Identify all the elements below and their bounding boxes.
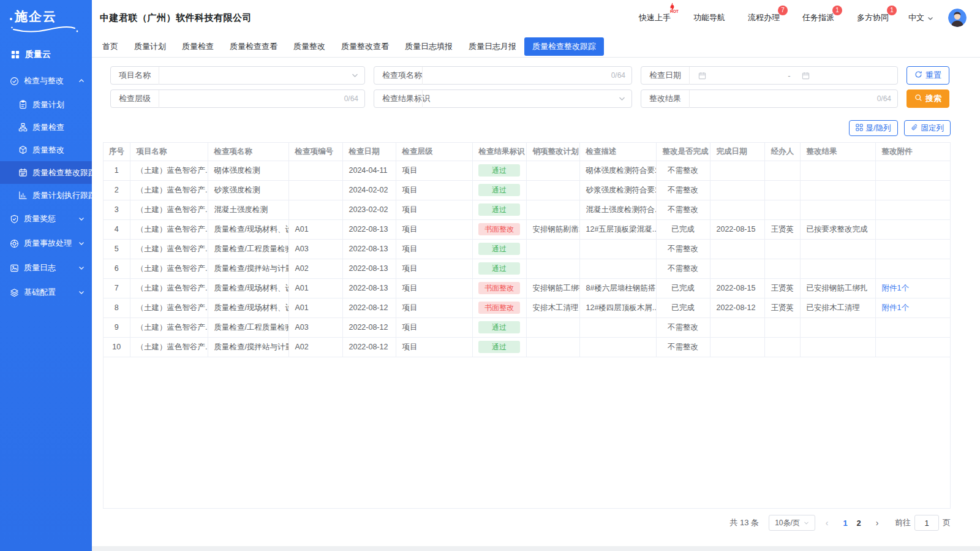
cell-check-date: 2022-08-12	[342, 317, 396, 337]
inspect-icon	[10, 77, 19, 86]
tab-quality-rectify-view[interactable]: 质量整改查看	[333, 36, 397, 58]
page-number-1[interactable]: 1	[839, 519, 852, 528]
goto-page-input[interactable]: 1	[914, 515, 939, 531]
sidebar-item-base-config[interactable]: 基础配置	[0, 280, 92, 305]
cell-check-item-code: A03	[288, 239, 342, 259]
cell-check-desc: 砂浆强度检测符合要求	[579, 180, 656, 200]
table-row[interactable]: 6（土建）蓝色智谷产...质量检查/搅拌站与计量...A022022-08-13…	[104, 259, 951, 278]
table-row[interactable]: 9（土建）蓝色智谷产...质量检查/工程质量检验A032022-08-12项目通…	[104, 317, 951, 337]
sidebar-app-title[interactable]: 质量云	[0, 34, 92, 63]
table-row[interactable]: 4（土建）蓝色智谷产...质量检查/现场材料、设...A012022-08-13…	[104, 219, 951, 239]
tab-home[interactable]: 首页	[94, 36, 126, 58]
reward-icon	[10, 215, 19, 224]
cell-check-desc	[579, 259, 656, 278]
sidebar-item-quality-check[interactable]: 质量检查	[0, 116, 92, 139]
cell-result-tag: 通过	[472, 200, 526, 219]
top-navigation: 快速上手HOT功能导航流程办理7任务指派1多方协同1	[639, 12, 889, 23]
tab-quality-rectify[interactable]: 质量整改	[285, 36, 333, 58]
cell-check-item-name: 质量检查/搅拌站与计量...	[208, 259, 288, 278]
sidebar-item-rectify-tracking[interactable]: 质量检查整改跟踪	[0, 161, 92, 184]
cell-rectify-done: 不需整改	[656, 337, 710, 357]
table-row[interactable]: 3（土建）蓝色智谷产...混凝土强度检测2023-02-02项目通过混凝土强度检…	[104, 200, 951, 219]
cell-check-level: 项目	[396, 278, 472, 298]
user-avatar[interactable]	[948, 9, 967, 27]
tab-quality-log-fill[interactable]: 质量日志填报	[397, 36, 461, 58]
nav-item-task-assign[interactable]: 任务指派1	[802, 12, 834, 23]
check-item-name-input[interactable]: 0/64	[423, 67, 631, 84]
table-row[interactable]: 8（土建）蓝色智谷产...质量检查/现场材料、设...A012022-08-12…	[104, 298, 951, 317]
result-badge: 书面整改	[478, 282, 520, 294]
page-size-select[interactable]: 10条/页	[769, 515, 815, 531]
cell-seq: 5	[104, 239, 130, 259]
tab-rectify-tracking[interactable]: 质量检查整改跟踪	[524, 37, 604, 56]
show-hide-columns-button[interactable]: 显/隐列	[849, 120, 898, 136]
tab-quality-check-view[interactable]: 质量检查查看	[222, 36, 285, 58]
chevron-down-icon	[78, 241, 85, 246]
cell-operator: 王贤英	[764, 278, 800, 298]
tab-quality-plan[interactable]: 质量计划	[126, 36, 174, 58]
nav-item-quick-start[interactable]: 快速上手HOT	[639, 12, 671, 23]
filter-panel: 项目名称 检查项名称 0/64 检查日期 -	[92, 58, 980, 108]
cell-project-name: （土建）蓝色智谷产...	[130, 278, 208, 298]
col-header-operator: 经办人	[764, 143, 800, 161]
columns-grid-icon	[856, 124, 863, 133]
language-selector[interactable]: 中文	[908, 12, 933, 23]
sidebar-item-plan-exec-tracking[interactable]: 质量计划执行跟踪	[0, 184, 92, 207]
col-header-check-item-name: 检查项名称	[208, 143, 288, 161]
cell-finish-date	[710, 259, 764, 278]
cell-check-item-code: A02	[288, 337, 342, 357]
tab-quality-check[interactable]: 质量检查	[174, 36, 222, 58]
table-row[interactable]: 7（土建）蓝色智谷产...质量检查/现场材料、设...A012022-08-13…	[104, 278, 951, 298]
check-level-input[interactable]: 0/64	[159, 90, 364, 107]
paperclip-icon	[911, 124, 918, 133]
col-header-rectify-done: 整改是否完成	[656, 143, 710, 161]
table-row[interactable]: 2（土建）蓝色智谷产...砂浆强度检测2024-02-02项目通过砂浆强度检测符…	[104, 180, 951, 200]
cell-rectify-plan	[526, 317, 579, 337]
next-page-button[interactable]: ›	[870, 518, 884, 528]
cell-rectify-plan: 安排木工清理	[526, 298, 579, 317]
table-row[interactable]: 5（土建）蓝色智谷产...质量检查/工程质量检验A032022-08-13项目通…	[104, 239, 951, 259]
cell-operator	[764, 239, 800, 259]
reset-button[interactable]: 重置	[907, 66, 949, 85]
fixed-columns-button[interactable]: 固定列	[904, 120, 951, 136]
company-name: 中建君联（广州）软件科技有限公司	[100, 12, 252, 24]
cell-operator: 王贤英	[764, 219, 800, 239]
cell-check-item-name: 质量检查/工程质量检验	[208, 239, 288, 259]
tab-quality-log-monthly[interactable]: 质量日志月报	[461, 36, 524, 58]
cell-finish-date	[710, 200, 764, 219]
attachment-link[interactable]: 附件1个	[882, 303, 909, 312]
cell-rectify-done: 不需整改	[656, 200, 710, 219]
cell-finish-date: 2022-08-15	[710, 219, 764, 239]
sidebar-item-accident-handling[interactable]: 质量事故处理	[0, 231, 92, 256]
nav-item-process-handling[interactable]: 流程办理7	[748, 12, 780, 23]
cell-rectify-result	[800, 161, 875, 180]
project-name-select[interactable]	[159, 67, 364, 84]
sidebar-item-label: 质量计划执行跟踪	[32, 190, 96, 201]
sidebar-item-reward-punish[interactable]: 质量奖惩	[0, 207, 92, 231]
table-row[interactable]: 10（土建）蓝色智谷产...质量检查/搅拌站与计量...A022022-08-1…	[104, 337, 951, 357]
filter-rectify-result: 整改结果 0/64	[641, 89, 898, 108]
result-tag-select[interactable]	[423, 90, 631, 107]
filter-check-level: 检查层级 0/64	[110, 89, 365, 108]
cell-rectify-done: 已完成	[656, 278, 710, 298]
search-button[interactable]: 搜索	[907, 89, 949, 108]
nav-item-multi-collab[interactable]: 多方协同1	[857, 12, 889, 23]
sidebar-item-quality-rectify[interactable]: 质量整改	[0, 139, 92, 161]
cell-operator	[764, 337, 800, 357]
check-date-range-picker[interactable]: -	[690, 67, 897, 84]
cell-rectify-result	[800, 259, 875, 278]
page-number-2[interactable]: 2	[852, 519, 865, 528]
sidebar-item-quality-plan[interactable]: 质量计划	[0, 93, 92, 116]
cell-result-tag: 通过	[472, 317, 526, 337]
attachment-link[interactable]: 附件1个	[882, 284, 909, 292]
cell-project-name: （土建）蓝色智谷产...	[130, 298, 208, 317]
filter-label: 检查项名称	[374, 70, 422, 81]
rectify-result-input[interactable]: 0/64	[690, 90, 897, 107]
cell-check-date: 2024-02-02	[342, 180, 396, 200]
cell-check-level: 项目	[396, 180, 472, 200]
sidebar-item-inspect-rectify[interactable]: 检查与整改	[0, 69, 92, 93]
nav-item-feature-nav[interactable]: 功能导航	[693, 12, 725, 23]
prev-page-button[interactable]: ‹	[820, 518, 834, 528]
table-row[interactable]: 1（土建）蓝色智谷产...砌体强度检测2024-04-11项目通过砌体强度检测符…	[104, 161, 951, 180]
sidebar-item-quality-log[interactable]: 质量日志	[0, 256, 92, 280]
